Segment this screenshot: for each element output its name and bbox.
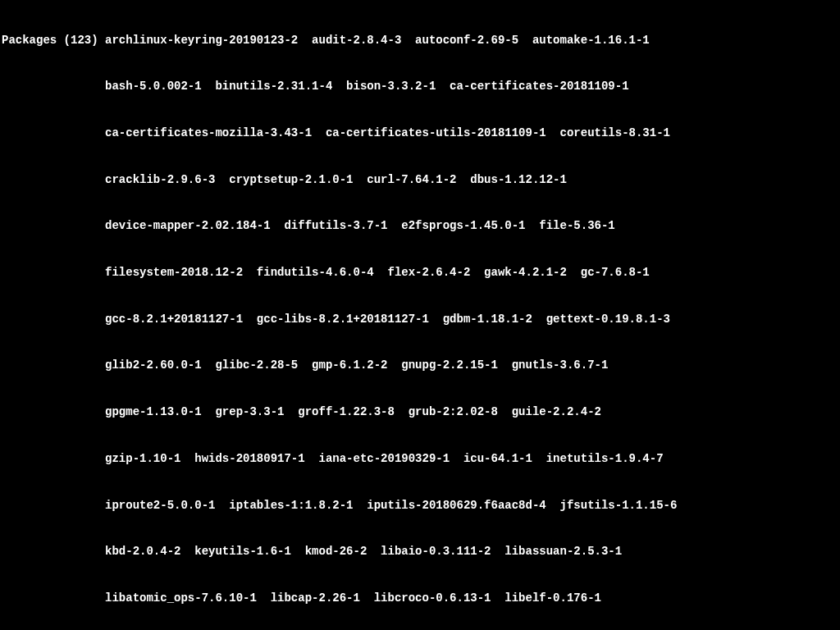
package-indent	[2, 591, 105, 605]
package-indent	[2, 452, 105, 465]
package-line: archlinux-keyring-20190123-2 audit-2.8.4…	[105, 34, 650, 47]
package-indent	[2, 173, 105, 186]
package-indent	[2, 126, 105, 139]
package-indent	[2, 405, 105, 418]
package-indent	[2, 358, 105, 372]
package-line: cracklib-2.9.6-3 cryptsetup-2.1.0-1 curl…	[105, 173, 567, 186]
package-indent	[2, 545, 105, 558]
package-line: filesystem-2018.12-2 findutils-4.6.0-4 f…	[105, 266, 650, 279]
package-indent	[2, 499, 105, 512]
package-indent	[2, 266, 105, 279]
package-line: iproute2-5.0.0-1 iptables-1:1.8.2-1 iput…	[105, 499, 677, 512]
package-line: libatomic_ops-7.6.10-1 libcap-2.26-1 lib…	[105, 591, 601, 605]
package-line: kbd-2.0.4-2 keyutils-1.6-1 kmod-26-2 lib…	[105, 545, 622, 558]
package-indent	[2, 219, 105, 232]
packages-block: Packages (123) archlinux-keyring-2019012…	[2, 2, 840, 630]
packages-header: Packages (123)	[2, 34, 105, 47]
package-indent	[2, 80, 105, 93]
package-line: gcc-8.2.1+20181127-1 gcc-libs-8.2.1+2018…	[105, 313, 670, 326]
package-line: ca-certificates-mozilla-3.43-1 ca-certif…	[105, 126, 670, 139]
package-line: bash-5.0.002-1 binutils-2.31.1-4 bison-3…	[105, 80, 629, 93]
package-line: gzip-1.10-1 hwids-20180917-1 iana-etc-20…	[105, 452, 664, 465]
package-line: gpgme-1.13.0-1 grep-3.3-1 groff-1.22.3-8…	[105, 405, 601, 418]
package-indent	[2, 313, 105, 326]
package-line: glib2-2.60.0-1 glibc-2.28-5 gmp-6.1.2-2 …	[105, 358, 608, 372]
package-line: device-mapper-2.02.184-1 diffutils-3.7-1…	[105, 219, 615, 232]
